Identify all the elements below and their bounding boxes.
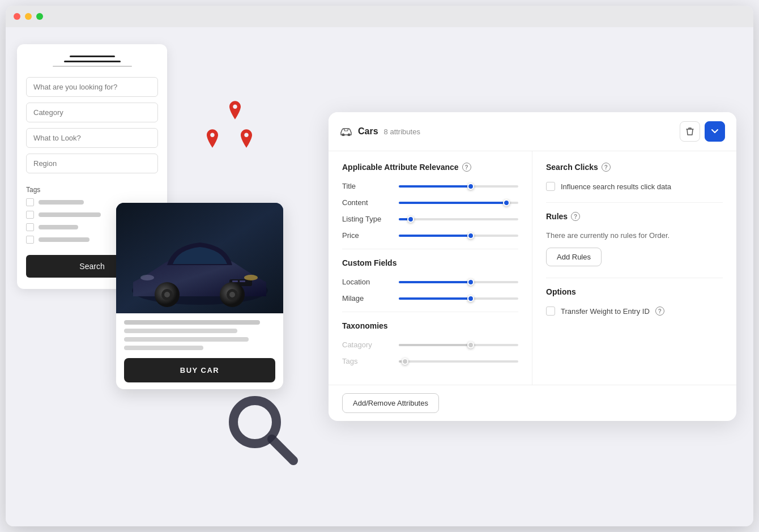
settings-body: Applicable Attribute Relevance ? Title (329, 151, 736, 385)
listing-type-label: Listing Type (342, 215, 399, 223)
rules-section: Rules ? There are currently no rules for… (546, 212, 723, 266)
tags-label: Tags (26, 186, 158, 194)
mac-content: Tags Search (6, 27, 753, 526)
no-rules-text: There are currently no rules for Order. (546, 231, 723, 240)
content-attribute-row: Content (342, 198, 518, 207)
logo-line-1 (70, 56, 115, 57)
title-attribute-row: Title (342, 182, 518, 190)
svg-point-12 (229, 292, 235, 297)
text-line-1 (124, 320, 260, 325)
car-listing-card: BUY CAR (116, 203, 283, 389)
logo-subline (53, 66, 132, 67)
svg-rect-3 (232, 280, 238, 282)
settings-right-column: Search Clicks ? Influence search results… (532, 151, 736, 385)
price-attribute-row: Price (342, 231, 518, 240)
catagory-slider[interactable] (399, 344, 518, 346)
tags-label: Tags (342, 357, 399, 365)
car-text-lines (124, 320, 275, 350)
map-pin-1 (227, 101, 244, 127)
tag-checkbox-3[interactable] (26, 223, 34, 231)
svg-point-15 (342, 134, 345, 137)
search-clicks-help-icon[interactable]: ? (602, 163, 611, 172)
mac-window: Tags Search (6, 6, 753, 526)
svg-point-9 (164, 292, 170, 297)
svg-point-5 (244, 275, 258, 280)
logo-line-2 (64, 61, 121, 62)
price-label: Price (342, 231, 399, 240)
options-section: Options Transfer Weight to Entry ID ? (546, 287, 723, 316)
maximize-button[interactable] (36, 13, 43, 20)
search-clicks-checkbox-row: Influence search results click data (546, 182, 723, 191)
rules-help-icon[interactable]: ? (571, 212, 580, 221)
attributes-badge: 8 attributes (384, 127, 420, 136)
main-search-input[interactable] (26, 77, 158, 97)
tags-slider[interactable] (399, 360, 518, 363)
milage-slider[interactable] (399, 297, 518, 300)
what-to-look-input[interactable] (26, 128, 158, 148)
category-name: Cars (358, 126, 378, 137)
settings-title: Cars 8 attributes (340, 126, 420, 137)
add-remove-attributes-button[interactable]: Add/Remove Attributes (342, 393, 439, 413)
catagory-label: Catagory (342, 341, 399, 349)
tag-checkbox-4[interactable] (26, 236, 34, 244)
close-button[interactable] (14, 13, 20, 20)
mac-titlebar (6, 6, 753, 27)
transfer-weight-checkbox[interactable] (546, 307, 555, 316)
region-input[interactable] (26, 154, 158, 173)
svg-line-14 (272, 439, 293, 461)
car-card-content: BUY CAR (116, 313, 283, 389)
svg-point-6 (140, 275, 154, 280)
custom-fields-title: Custom Fields (342, 258, 518, 267)
settings-header: Cars 8 attributes (329, 112, 736, 151)
car-svg (116, 203, 283, 313)
options-checkbox-row: Transfer Weight to Entry ID ? (546, 307, 723, 316)
search-clicks-section: Search Clicks ? Influence search results… (546, 163, 723, 191)
settings-footer: Add/Remove Attributes (329, 385, 736, 421)
text-line-3 (124, 337, 249, 342)
milage-attribute-row: Milage (342, 294, 518, 303)
header-actions (680, 121, 725, 142)
listing-type-slider[interactable] (399, 218, 518, 220)
title-label: Title (342, 182, 399, 190)
tag-bar-2 (39, 212, 101, 217)
map-pin-2 (204, 129, 221, 155)
tag-bar-3 (39, 225, 78, 229)
location-slider[interactable] (399, 281, 518, 283)
rules-title: Rules ? (546, 212, 723, 221)
magnifier-icon (227, 394, 300, 470)
transfer-weight-label: Transfer Weight to Entry ID (561, 307, 650, 316)
tag-bar-4 (39, 237, 89, 242)
options-title: Options (546, 287, 723, 296)
price-slider[interactable] (399, 235, 518, 237)
search-clicks-title: Search Clicks ? (546, 163, 723, 172)
title-slider[interactable] (399, 185, 518, 188)
search-clicks-label: Influence search results click data (561, 182, 671, 191)
logo-bar (26, 56, 158, 67)
tag-checkbox-1[interactable] (26, 198, 34, 206)
tag-bar-1 (39, 200, 84, 205)
delete-button[interactable] (680, 121, 700, 142)
transfer-weight-help-icon[interactable]: ? (655, 307, 664, 316)
attribute-relevance-help-icon[interactable]: ? (462, 163, 471, 172)
content-label: Content (342, 198, 399, 207)
add-rules-button[interactable]: Add Rules (546, 248, 602, 266)
category-input[interactable] (26, 103, 158, 122)
text-line-4 (124, 346, 203, 350)
svg-rect-4 (240, 280, 245, 282)
tag-checkbox-2[interactable] (26, 211, 34, 219)
tags-attribute-row: Tags (342, 357, 518, 365)
location-attribute-row: Location (342, 278, 518, 286)
attribute-relevance-title: Applicable Attribute Relevance ? (342, 163, 518, 172)
buy-car-button[interactable]: BUY CAR (124, 358, 275, 382)
settings-panel: Cars 8 attributes (329, 112, 736, 421)
car-image (116, 203, 283, 313)
expand-button[interactable] (705, 121, 725, 142)
car-icon (340, 127, 352, 136)
location-label: Location (342, 278, 399, 286)
catagory-attribute-row: Catagory (342, 341, 518, 349)
content-slider[interactable] (399, 202, 518, 204)
map-pin-3 (238, 129, 255, 155)
search-clicks-checkbox[interactable] (546, 182, 555, 191)
minimize-button[interactable] (25, 13, 32, 20)
listing-type-attribute-row: Listing Type (342, 215, 518, 223)
